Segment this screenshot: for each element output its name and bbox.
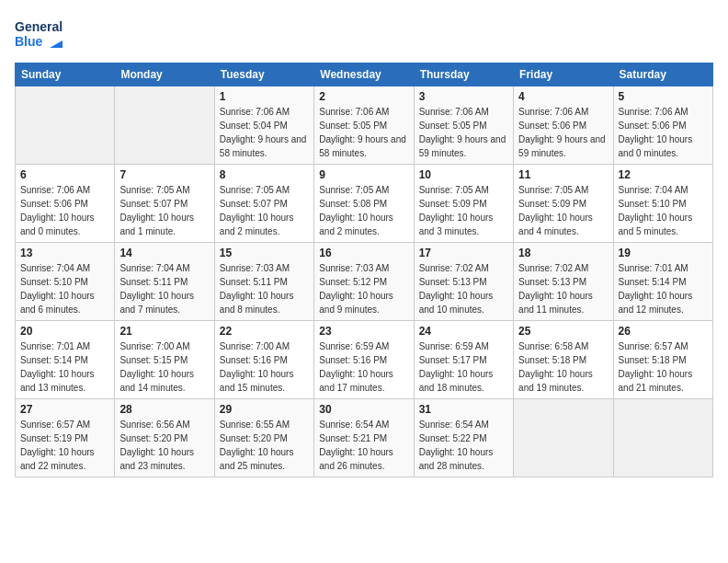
header-cell-friday: Friday	[514, 63, 613, 86]
day-number: 3	[419, 90, 508, 103]
day-number: 8	[220, 168, 309, 181]
calendar-cell: 3Sunrise: 7:06 AMSunset: 5:05 PMDaylight…	[414, 86, 513, 165]
calendar-body: 1Sunrise: 7:06 AMSunset: 5:04 PMDaylight…	[16, 86, 713, 477]
calendar-week-3: 13Sunrise: 7:04 AMSunset: 5:10 PMDayligh…	[16, 243, 713, 321]
day-info: Sunrise: 6:57 AMSunset: 5:19 PMDaylight:…	[20, 418, 109, 473]
day-info: Sunrise: 7:01 AMSunset: 5:14 PMDaylight:…	[619, 261, 708, 316]
calendar-cell: 2Sunrise: 7:06 AMSunset: 5:05 PMDaylight…	[314, 86, 414, 165]
calendar-cell: 28Sunrise: 6:56 AMSunset: 5:20 PMDayligh…	[115, 399, 214, 477]
calendar-cell: 4Sunrise: 7:06 AMSunset: 5:06 PMDaylight…	[514, 86, 613, 165]
calendar-cell	[115, 86, 214, 165]
day-number: 28	[119, 403, 209, 416]
calendar-cell: 26Sunrise: 6:57 AMSunset: 5:18 PMDayligh…	[613, 321, 712, 399]
calendar-cell	[514, 399, 613, 477]
calendar-cell: 24Sunrise: 6:59 AMSunset: 5:17 PMDayligh…	[414, 321, 513, 399]
calendar-week-4: 20Sunrise: 7:01 AMSunset: 5:14 PMDayligh…	[16, 321, 713, 399]
day-number: 30	[319, 403, 408, 416]
day-number: 9	[319, 168, 408, 181]
day-number: 11	[518, 168, 608, 181]
header-row: SundayMondayTuesdayWednesdayThursdayFrid…	[16, 63, 713, 86]
day-info: Sunrise: 7:02 AMSunset: 5:13 PMDaylight:…	[419, 261, 508, 316]
day-number: 5	[619, 90, 708, 103]
svg-text:General: General	[15, 19, 63, 34]
day-info: Sunrise: 7:06 AMSunset: 5:06 PMDaylight:…	[20, 183, 109, 238]
calendar-cell: 5Sunrise: 7:06 AMSunset: 5:06 PMDaylight…	[613, 86, 712, 165]
day-number: 25	[518, 325, 608, 338]
calendar-cell: 9Sunrise: 7:05 AMSunset: 5:08 PMDaylight…	[314, 165, 414, 243]
day-number: 18	[518, 247, 608, 259]
day-info: Sunrise: 7:00 AMSunset: 5:16 PMDaylight:…	[220, 339, 309, 395]
logo-icon: General Blue	[15, 15, 63, 55]
calendar-cell: 1Sunrise: 7:06 AMSunset: 5:04 PMDaylight…	[214, 86, 313, 165]
calendar-cell: 22Sunrise: 7:00 AMSunset: 5:16 PMDayligh…	[214, 321, 313, 399]
calendar-cell: 8Sunrise: 7:05 AMSunset: 5:07 PMDaylight…	[214, 165, 313, 243]
calendar-week-5: 27Sunrise: 6:57 AMSunset: 5:19 PMDayligh…	[16, 399, 713, 477]
day-info: Sunrise: 6:59 AMSunset: 5:17 PMDaylight:…	[419, 339, 508, 395]
day-info: Sunrise: 7:03 AMSunset: 5:11 PMDaylight:…	[220, 261, 309, 316]
day-info: Sunrise: 6:55 AMSunset: 5:20 PMDaylight:…	[220, 418, 309, 473]
calendar-cell: 21Sunrise: 7:00 AMSunset: 5:15 PMDayligh…	[115, 321, 214, 399]
calendar-cell: 10Sunrise: 7:05 AMSunset: 5:09 PMDayligh…	[414, 165, 513, 243]
day-info: Sunrise: 6:56 AMSunset: 5:20 PMDaylight:…	[119, 418, 209, 473]
calendar-week-2: 6Sunrise: 7:06 AMSunset: 5:06 PMDaylight…	[16, 165, 713, 243]
day-number: 13	[20, 247, 109, 259]
day-info: Sunrise: 6:54 AMSunset: 5:22 PMDaylight:…	[419, 418, 508, 473]
calendar-cell: 31Sunrise: 6:54 AMSunset: 5:22 PMDayligh…	[414, 399, 513, 477]
calendar-cell: 16Sunrise: 7:03 AMSunset: 5:12 PMDayligh…	[314, 243, 414, 321]
calendar-cell: 25Sunrise: 6:58 AMSunset: 5:18 PMDayligh…	[514, 321, 613, 399]
calendar-cell	[613, 399, 712, 477]
calendar-cell: 29Sunrise: 6:55 AMSunset: 5:20 PMDayligh…	[214, 399, 313, 477]
day-info: Sunrise: 7:00 AMSunset: 5:15 PMDaylight:…	[119, 339, 209, 395]
calendar-cell: 20Sunrise: 7:01 AMSunset: 5:14 PMDayligh…	[16, 321, 115, 399]
day-info: Sunrise: 6:54 AMSunset: 5:21 PMDaylight:…	[319, 418, 408, 473]
day-number: 26	[619, 325, 708, 338]
calendar-cell: 14Sunrise: 7:04 AMSunset: 5:11 PMDayligh…	[115, 243, 214, 321]
day-number: 10	[419, 168, 508, 181]
calendar-cell: 7Sunrise: 7:05 AMSunset: 5:07 PMDaylight…	[115, 165, 214, 243]
calendar-header: SundayMondayTuesdayWednesdayThursdayFrid…	[16, 63, 713, 86]
day-info: Sunrise: 6:59 AMSunset: 5:16 PMDaylight:…	[319, 339, 408, 395]
header-cell-monday: Monday	[115, 63, 214, 86]
calendar-cell: 13Sunrise: 7:04 AMSunset: 5:10 PMDayligh…	[16, 243, 115, 321]
day-info: Sunrise: 7:04 AMSunset: 5:11 PMDaylight:…	[119, 261, 209, 316]
day-info: Sunrise: 7:01 AMSunset: 5:14 PMDaylight:…	[20, 339, 109, 395]
day-number: 16	[319, 247, 408, 259]
day-number: 31	[419, 403, 508, 416]
day-number: 24	[419, 325, 508, 338]
calendar-cell	[16, 86, 115, 165]
day-number: 1	[220, 90, 309, 103]
header-cell-tuesday: Tuesday	[214, 63, 313, 86]
calendar-cell: 11Sunrise: 7:05 AMSunset: 5:09 PMDayligh…	[514, 165, 613, 243]
calendar-cell: 15Sunrise: 7:03 AMSunset: 5:11 PMDayligh…	[214, 243, 313, 321]
day-info: Sunrise: 7:06 AMSunset: 5:04 PMDaylight:…	[220, 105, 309, 160]
calendar-week-1: 1Sunrise: 7:06 AMSunset: 5:04 PMDaylight…	[16, 86, 713, 165]
day-info: Sunrise: 7:04 AMSunset: 5:10 PMDaylight:…	[20, 261, 109, 316]
header-cell-sunday: Sunday	[16, 63, 115, 86]
header-cell-thursday: Thursday	[414, 63, 513, 86]
svg-marker-2	[50, 40, 63, 48]
day-number: 4	[518, 90, 608, 103]
day-number: 15	[220, 247, 309, 259]
calendar-cell: 27Sunrise: 6:57 AMSunset: 5:19 PMDayligh…	[16, 399, 115, 477]
calendar-cell: 19Sunrise: 7:01 AMSunset: 5:14 PMDayligh…	[613, 243, 712, 321]
calendar-cell: 30Sunrise: 6:54 AMSunset: 5:21 PMDayligh…	[314, 399, 414, 477]
day-info: Sunrise: 7:05 AMSunset: 5:08 PMDaylight:…	[319, 183, 408, 238]
calendar-cell: 23Sunrise: 6:59 AMSunset: 5:16 PMDayligh…	[314, 321, 414, 399]
day-info: Sunrise: 7:03 AMSunset: 5:12 PMDaylight:…	[319, 261, 408, 316]
svg-text:Blue: Blue	[15, 34, 43, 49]
day-number: 14	[119, 247, 209, 259]
day-number: 12	[619, 168, 708, 181]
day-info: Sunrise: 7:05 AMSunset: 5:07 PMDaylight:…	[119, 183, 209, 238]
day-number: 6	[20, 168, 109, 181]
day-info: Sunrise: 7:05 AMSunset: 5:09 PMDaylight:…	[518, 183, 608, 238]
calendar-cell: 12Sunrise: 7:04 AMSunset: 5:10 PMDayligh…	[613, 165, 712, 243]
day-info: Sunrise: 6:58 AMSunset: 5:18 PMDaylight:…	[518, 339, 608, 395]
calendar-table: SundayMondayTuesdayWednesdayThursdayFrid…	[15, 63, 713, 477]
day-info: Sunrise: 7:04 AMSunset: 5:10 PMDaylight:…	[619, 183, 708, 238]
day-info: Sunrise: 6:57 AMSunset: 5:18 PMDaylight:…	[619, 339, 708, 395]
calendar-cell: 18Sunrise: 7:02 AMSunset: 5:13 PMDayligh…	[514, 243, 613, 321]
day-info: Sunrise: 7:06 AMSunset: 5:05 PMDaylight:…	[319, 105, 408, 160]
day-number: 19	[619, 247, 708, 259]
header-cell-wednesday: Wednesday	[314, 63, 414, 86]
day-number: 21	[119, 325, 209, 338]
